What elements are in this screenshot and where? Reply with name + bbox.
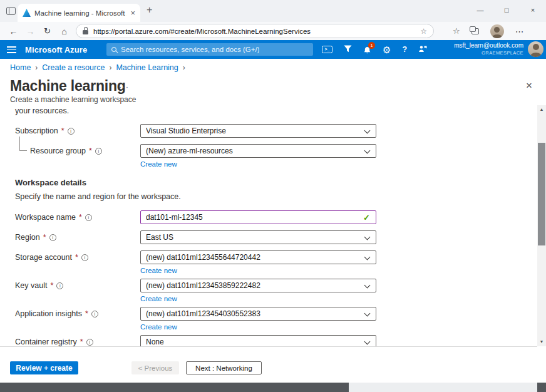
azure-brand[interactable]: Microsoft Azure bbox=[25, 45, 87, 54]
form-scroll-area: your resources. Subscription * i Visual … bbox=[0, 105, 537, 346]
region-label: Region * i bbox=[15, 232, 56, 242]
window-close-button[interactable]: × bbox=[520, 0, 546, 20]
label-text: Container registry bbox=[15, 338, 77, 346]
info-glyph: i bbox=[95, 311, 96, 317]
info-icon[interactable]: i bbox=[81, 254, 88, 261]
subscription-label: Subscription * i bbox=[15, 126, 75, 136]
directory-filter-icon[interactable] bbox=[344, 44, 352, 55]
scroll-down-icon[interactable]: ▼ bbox=[537, 338, 546, 346]
scroll-up-icon[interactable]: ▲ bbox=[537, 105, 546, 114]
page-more-options-icon[interactable]: ··· bbox=[119, 82, 129, 91]
create-new-resource-group-link[interactable]: Create new bbox=[140, 160, 177, 168]
info-icon[interactable]: i bbox=[86, 339, 93, 346]
previous-button[interactable]: < Previous bbox=[131, 361, 179, 374]
key-vault-dropdown[interactable]: (new) dat101ml123453859222482 bbox=[140, 279, 376, 292]
chevron-down-icon bbox=[364, 234, 371, 240]
new-tab-button[interactable]: + bbox=[147, 4, 152, 16]
browser-more-menu-icon[interactable]: ⋯ bbox=[515, 26, 524, 36]
lock-icon[interactable] bbox=[83, 30, 88, 34]
create-new-storage-account-link[interactable]: Create new bbox=[140, 267, 177, 274]
maximize-button[interactable]: □ bbox=[493, 0, 520, 20]
browser-profile-avatar[interactable] bbox=[490, 24, 504, 38]
container-registry-dropdown[interactable]: None bbox=[140, 335, 376, 346]
label-text: Region bbox=[15, 233, 40, 242]
chevron-down-icon bbox=[364, 339, 371, 345]
valid-check-icon: ✓ bbox=[363, 213, 370, 222]
blade-close-icon[interactable]: × bbox=[526, 80, 532, 91]
cloud-shell-icon[interactable]: >_ bbox=[322, 46, 332, 53]
info-glyph: i bbox=[59, 283, 61, 289]
label-text: Application insights bbox=[15, 309, 82, 318]
storage-account-dropdown[interactable]: (new) dat101ml123455644720442 bbox=[140, 250, 376, 264]
home-button[interactable]: ⌂ bbox=[56, 26, 73, 36]
label-text: Storage account bbox=[15, 253, 72, 262]
favorites-icon[interactable]: ☆ bbox=[453, 26, 460, 36]
region-value: East US bbox=[146, 233, 173, 242]
collections-icon[interactable] bbox=[471, 28, 479, 34]
label-text: Subscription bbox=[15, 126, 58, 135]
feedback-icon[interactable] bbox=[418, 44, 427, 55]
address-bar[interactable]: https://portal.azure.com/#create/Microso… bbox=[76, 24, 434, 38]
page-subtitle: Create a machine learning workspace bbox=[10, 95, 136, 104]
create-new-application-insights-link[interactable]: Create new bbox=[140, 323, 177, 331]
application-insights-label: Application insights * i bbox=[15, 309, 98, 319]
info-glyph: i bbox=[89, 339, 90, 345]
back-button[interactable]: ← bbox=[5, 26, 22, 36]
label-text: Key vault bbox=[15, 281, 47, 290]
breadcrumb-home[interactable]: Home bbox=[10, 63, 31, 72]
horizontal-scrollbar[interactable] bbox=[0, 383, 546, 392]
breadcrumb-machine-learning[interactable]: Machine Learning bbox=[116, 63, 178, 72]
tab-title: Machine learning - Microsoft Azure bbox=[34, 9, 126, 17]
workspace-name-label: Workspace name * i bbox=[15, 212, 92, 222]
required-marker: * bbox=[50, 281, 53, 290]
notifications-bell-icon[interactable]: 1 bbox=[363, 46, 371, 54]
container-registry-label: Container registry * i bbox=[15, 337, 93, 346]
settings-gear-icon[interactable]: ⚙ bbox=[383, 45, 391, 54]
browser-window: Machine learning - Microsoft Azure × + —… bbox=[0, 0, 546, 392]
vertical-scrollbar[interactable]: ▲ ▼ bbox=[537, 105, 546, 346]
help-icon[interactable]: ? bbox=[402, 45, 407, 54]
add-favorites-icon[interactable]: ☆ bbox=[420, 27, 427, 36]
forward-button[interactable]: → bbox=[22, 26, 39, 36]
review-create-button[interactable]: Review + create bbox=[10, 361, 78, 374]
required-marker: * bbox=[75, 253, 78, 262]
horizontal-scrollbar-thumb[interactable] bbox=[0, 383, 349, 392]
required-marker: * bbox=[43, 233, 46, 242]
tab-close-icon[interactable]: × bbox=[130, 9, 135, 17]
required-marker: * bbox=[89, 147, 92, 155]
workspace-name-input[interactable]: dat101-ml-12345 ✓ bbox=[140, 210, 376, 224]
chevron-down-icon bbox=[364, 148, 371, 154]
portal-menu-icon[interactable] bbox=[7, 46, 16, 55]
info-icon[interactable]: i bbox=[68, 128, 75, 135]
next-networking-button[interactable]: Next : Networking bbox=[186, 361, 262, 374]
storage-account-value: (new) dat101ml123455644720442 bbox=[146, 253, 260, 262]
resource-group-dropdown[interactable]: (New) azure-ml-resources bbox=[140, 144, 376, 158]
info-icon[interactable]: i bbox=[85, 214, 92, 221]
scrollbar-corner bbox=[537, 383, 546, 392]
info-icon[interactable]: i bbox=[56, 282, 63, 289]
account-avatar[interactable] bbox=[528, 41, 543, 57]
info-glyph: i bbox=[52, 235, 53, 240]
browser-toolbar-icons: ☆ ⋯ bbox=[453, 24, 524, 38]
info-icon[interactable]: i bbox=[95, 148, 102, 155]
subscription-dropdown[interactable]: Visual Studio Enterprise bbox=[140, 124, 376, 138]
info-glyph: i bbox=[85, 255, 86, 260]
application-insights-dropdown[interactable]: (new) dat101ml123454030552383 bbox=[140, 307, 376, 321]
chevron-down-icon bbox=[364, 128, 371, 134]
info-icon[interactable]: i bbox=[91, 311, 98, 317]
minimize-button[interactable]: — bbox=[467, 0, 493, 20]
vertical-scrollbar-thumb[interactable] bbox=[538, 143, 545, 245]
info-icon[interactable]: i bbox=[49, 234, 56, 241]
global-search-input[interactable]: Search resources, services, and docs (G+… bbox=[106, 43, 313, 56]
info-glyph: i bbox=[98, 148, 99, 154]
breadcrumb-create-a-resource[interactable]: Create a resource bbox=[42, 63, 105, 72]
browser-nav-bar: ← → ↻ ⌂ https://portal.azure.com/#create… bbox=[0, 22, 546, 40]
application-insights-value: (new) dat101ml123454030552383 bbox=[146, 309, 260, 318]
breadcrumb-separator-icon: › bbox=[35, 63, 38, 72]
footer-divider bbox=[0, 346, 537, 347]
create-new-key-vault-link[interactable]: Create new bbox=[140, 295, 177, 302]
refresh-button[interactable]: ↻ bbox=[39, 26, 56, 36]
browser-tab[interactable]: Machine learning - Microsoft Azure × bbox=[18, 4, 140, 22]
region-dropdown[interactable]: East US bbox=[140, 230, 376, 244]
tab-actions-icon[interactable] bbox=[6, 7, 16, 15]
